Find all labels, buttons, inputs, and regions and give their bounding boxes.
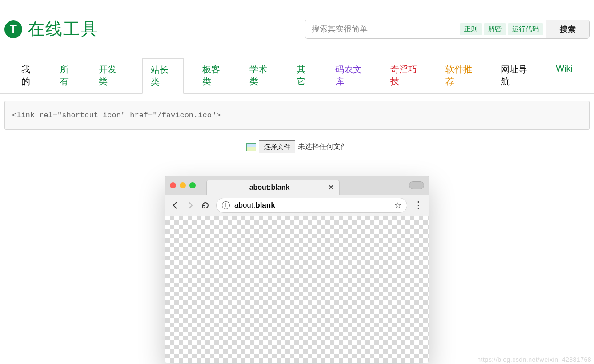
- image-icon: [246, 143, 256, 151]
- logo-text: 在线工具: [28, 18, 99, 40]
- reload-icon[interactable]: [201, 201, 210, 210]
- nav-item-8[interactable]: 奇淫巧技: [387, 58, 427, 93]
- nav-item-4[interactable]: 极客类: [199, 58, 231, 93]
- tag-decrypt[interactable]: 解密: [484, 23, 506, 35]
- tag-run-code[interactable]: 运行代码: [508, 23, 543, 35]
- browser-address-bar: i about:blank ☆ ⋮: [165, 195, 429, 216]
- search-tags: 正则 解密 运行代码: [457, 20, 546, 38]
- search-button[interactable]: 搜索: [546, 20, 589, 38]
- logo-icon: T: [4, 20, 22, 38]
- nav-item-5[interactable]: 学术类: [246, 58, 278, 93]
- bookmark-star-icon[interactable]: ☆: [394, 200, 401, 210]
- info-icon[interactable]: i: [222, 201, 230, 209]
- main-nav: 我的所有开发类站长类极客类学术类其它码农文库奇淫巧技软件推荐网址导航Wiki: [0, 58, 594, 94]
- browser-titlebar: about:blank ✕: [165, 176, 429, 195]
- file-upload-row: 选择文件 未选择任何文件: [0, 140, 594, 153]
- window-close-icon[interactable]: [170, 182, 176, 188]
- tag-regex[interactable]: 正则: [460, 23, 482, 35]
- nav-item-0[interactable]: 我的: [18, 58, 41, 93]
- url-text: about:blank: [234, 201, 390, 210]
- nav-item-9[interactable]: 软件推荐: [442, 58, 482, 93]
- search-input[interactable]: [305, 20, 457, 38]
- logo[interactable]: T 在线工具: [4, 18, 99, 40]
- code-snippet[interactable]: <link rel="shortcut icon" href="/favicon…: [4, 101, 590, 130]
- forward-icon: [186, 201, 195, 210]
- url-field[interactable]: i about:blank ☆: [216, 198, 407, 213]
- nav-item-2[interactable]: 开发类: [95, 58, 127, 93]
- browser-viewport: [165, 216, 429, 363]
- choose-file-button[interactable]: 选择文件: [259, 140, 295, 153]
- back-icon[interactable]: [171, 201, 180, 210]
- no-file-label: 未选择任何文件: [298, 142, 348, 152]
- nav-item-10[interactable]: 网址导航: [497, 58, 537, 93]
- menu-kebab-icon[interactable]: ⋮: [413, 200, 423, 210]
- browser-tab-title: about:blank: [249, 184, 290, 192]
- nav-item-11[interactable]: Wiki: [552, 58, 576, 93]
- nav-item-3[interactable]: 站长类: [142, 58, 184, 94]
- nav-item-6[interactable]: 其它: [293, 58, 317, 93]
- window-max-icon[interactable]: [189, 182, 196, 188]
- browser-mock: about:blank ✕ i about:blank ☆ ⋮: [165, 176, 429, 363]
- nav-item-1[interactable]: 所有: [56, 58, 80, 93]
- new-tab-pill[interactable]: [409, 181, 424, 189]
- search-bar: 正则 解密 运行代码 搜索: [305, 20, 590, 39]
- nav-item-7[interactable]: 码农文库: [332, 58, 372, 93]
- browser-tab[interactable]: about:blank ✕: [206, 180, 340, 195]
- close-icon[interactable]: ✕: [328, 183, 334, 192]
- window-min-icon[interactable]: [180, 182, 186, 188]
- watermark: https://blog.csdn.net/weixin_42881768: [477, 356, 591, 363]
